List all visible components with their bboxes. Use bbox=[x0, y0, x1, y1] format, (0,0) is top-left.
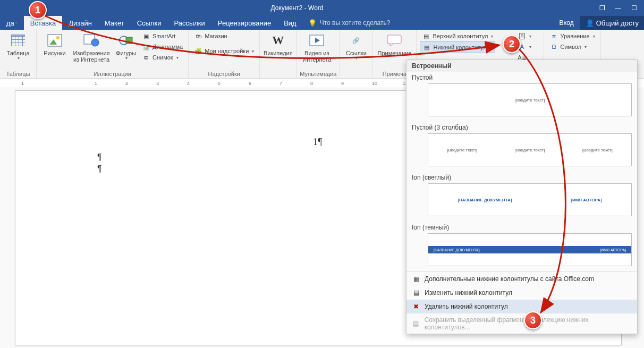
svg-rect-9 bbox=[387, 35, 401, 44]
link-icon: 🔗 bbox=[348, 32, 365, 49]
edit-footer-cmd[interactable]: ▤ Изменить нижний колонтитул bbox=[406, 286, 637, 300]
group-label-media: Мультимедиа bbox=[300, 70, 336, 78]
chart-button[interactable]: 📊Диаграмма bbox=[140, 41, 185, 52]
gallery-item-blank-3col[interactable]: Пустой (3 столбца) [Введите текст] [Введ… bbox=[406, 122, 637, 172]
footer-button[interactable]: ▤Нижний колонтитул▾ bbox=[420, 41, 495, 53]
title-bar: Документ2 - Word ❐ — ☐ bbox=[0, 0, 644, 16]
window-minimize-icon[interactable]: — bbox=[610, 0, 626, 16]
table-button[interactable]: Таблица▾ bbox=[3, 31, 33, 62]
group-label-addins: Надстройки bbox=[192, 70, 256, 78]
gallery-preview: [Введите текст] [Введите текст] [Введите… bbox=[428, 133, 632, 166]
window-maximize-icon[interactable]: ☐ bbox=[626, 0, 642, 16]
ruler-tick: 7 bbox=[279, 79, 282, 88]
tab-pages-left[interactable]: да▾ bbox=[0, 16, 24, 30]
remove-footer-cmd[interactable]: ✖ Удалить нижний колонтитул bbox=[406, 300, 637, 313]
tab-mailings[interactable]: Рассылки bbox=[167, 16, 211, 30]
group-label-tables: Таблицы bbox=[3, 70, 33, 78]
ruler-tick: 1 bbox=[21, 79, 24, 88]
annotation-badge-3: 3 bbox=[524, 311, 542, 329]
table-icon bbox=[10, 32, 27, 49]
chart-icon: 📊 bbox=[142, 43, 150, 51]
equation-button[interactable]: πУравнение▾ bbox=[547, 31, 597, 41]
online-pictures-button[interactable]: Изображения из Интернета bbox=[71, 31, 112, 64]
tab-design[interactable]: Дизайн bbox=[62, 16, 98, 30]
links-button[interactable]: 🔗 Ссылки▾ bbox=[343, 31, 369, 62]
my-addins-button[interactable]: 🧩Мои надстройки▾ bbox=[192, 46, 256, 56]
window-restore-icon[interactable]: ❐ bbox=[594, 0, 610, 16]
symbol-icon: Ω bbox=[549, 43, 558, 51]
pictures-button[interactable]: Рисунки bbox=[40, 31, 70, 57]
group-tables: Таблица▾ Таблицы bbox=[0, 30, 37, 78]
svg-point-2 bbox=[56, 36, 60, 39]
save-icon: ▤ bbox=[412, 319, 420, 328]
tab-layout[interactable]: Макет bbox=[98, 16, 131, 30]
gallery-preview: [НАЗВАНИЕ ДОКУМЕНТА] [ИМЯ АВТОРА] bbox=[428, 183, 632, 216]
gallery-preview: [НАЗВАНИЕ ДОКУМЕНТА] [ИМЯ АВТОРА] bbox=[428, 233, 632, 266]
comment-icon bbox=[386, 32, 403, 49]
svg-rect-6 bbox=[126, 37, 132, 44]
header-button[interactable]: ▤Верхний колонтитул▾ bbox=[420, 31, 495, 41]
ruler-tick: 2 bbox=[125, 79, 128, 88]
annotation-badge-2: 2 bbox=[503, 35, 521, 53]
header-icon: ▤ bbox=[422, 32, 430, 40]
wikipedia-icon: W bbox=[269, 32, 286, 49]
shapes-icon bbox=[117, 32, 134, 49]
group-label-illustrations: Иллюстрации bbox=[40, 70, 185, 78]
screenshot-button[interactable]: ⧉Снимок▾ bbox=[140, 52, 185, 63]
footer-dropdown-gallery: Встроенный Пустой [Введите текст] Пустой… bbox=[406, 60, 638, 334]
symbol-button[interactable]: ΩСимвол▾ bbox=[547, 41, 597, 52]
ribbon-tabs: да▾ Вставка Дизайн Макет Ссылки Рассылки… bbox=[0, 16, 644, 30]
online-video-button[interactable]: Видео из Интернета bbox=[300, 31, 334, 64]
footer-icon: ▤ bbox=[422, 43, 431, 52]
tab-view[interactable]: Вид bbox=[277, 16, 303, 30]
group-media: Видео из Интернета Мультимедиа bbox=[296, 30, 340, 78]
ruler-tick: 6 bbox=[249, 79, 251, 88]
group-illustrations: Рисунки Изображения из Интернета Фигуры▾… bbox=[37, 30, 189, 78]
bulb-icon: 💡 bbox=[308, 19, 317, 27]
svg-point-4 bbox=[91, 39, 99, 46]
tab-review[interactable]: Рецензирование bbox=[211, 16, 277, 30]
tab-insert[interactable]: Вставка bbox=[24, 16, 62, 30]
smartart-icon: ▣ bbox=[142, 32, 150, 40]
online-pictures-icon bbox=[83, 32, 100, 49]
gallery-preview: [Введите текст] bbox=[428, 83, 632, 116]
dropdown-heading: Встроенный bbox=[406, 60, 637, 72]
dropdown-commands: ▦ Дополнительные нижние колонтитулы с са… bbox=[406, 271, 637, 334]
tell-me-placeholder: Что вы хотите сделать? bbox=[320, 19, 391, 27]
pictures-icon bbox=[46, 32, 63, 49]
shapes-button[interactable]: Фигуры▾ bbox=[113, 31, 139, 62]
person-icon: 👤 bbox=[586, 19, 594, 27]
store-icon: 🛍 bbox=[194, 32, 202, 40]
group-links: 🔗 Ссылки▾ bbox=[340, 30, 372, 78]
gallery-item-ion-dark[interactable]: Ion (темный) [НАЗВАНИЕ ДОКУМЕНТА] [ИМЯ А… bbox=[406, 222, 637, 271]
sign-in-link[interactable]: Вход bbox=[554, 19, 579, 27]
ruler-tick: 1 bbox=[95, 79, 97, 88]
screenshot-icon: ⧉ bbox=[142, 53, 150, 62]
ruler-tick: 9 bbox=[341, 79, 344, 88]
annotation-badge-1: 1 bbox=[29, 1, 47, 19]
group-addins: 🛍Магазин 🧩Мои надстройки▾ Надстройки bbox=[189, 30, 260, 78]
ruler-tick: 10 bbox=[372, 79, 377, 88]
smartart-button[interactable]: ▣SmartArt bbox=[140, 31, 185, 41]
remove-icon: ✖ bbox=[412, 302, 420, 311]
window-controls: ❐ — ☐ bbox=[594, 0, 642, 16]
ruler-tick: 8 bbox=[310, 79, 313, 88]
addins-icon: 🧩 bbox=[194, 47, 202, 55]
tell-me-search[interactable]: 💡 Что вы хотите сделать? bbox=[303, 16, 391, 30]
comment-button[interactable]: Примечание bbox=[376, 31, 413, 57]
more-footers-cmd[interactable]: ▦ Дополнительные нижние колонтитулы с са… bbox=[406, 272, 637, 286]
gallery-item-ion-light[interactable]: Ion (светлый) [НАЗВАНИЕ ДОКУМЕНТА] [ИМЯ … bbox=[406, 172, 637, 222]
share-button[interactable]: 👤 Общий досту bbox=[580, 16, 644, 30]
group-wikipedia: W Википедия bbox=[260, 30, 296, 78]
page-number-text: 1¶ bbox=[313, 137, 322, 148]
ruler-tick: 5 bbox=[218, 79, 221, 88]
store-button[interactable]: 🛍Магазин bbox=[192, 31, 256, 41]
paragraph-mark: ¶ bbox=[97, 164, 102, 174]
edit-icon: ▤ bbox=[412, 288, 420, 297]
ruler-tick: 4 bbox=[187, 79, 190, 88]
tab-references[interactable]: Ссылки bbox=[131, 16, 168, 30]
equation-icon: π bbox=[549, 32, 558, 40]
window-title: Документ2 - Word bbox=[0, 4, 594, 12]
wikipedia-button[interactable]: W Википедия bbox=[263, 31, 293, 57]
gallery-item-blank[interactable]: Пустой [Введите текст] bbox=[406, 72, 637, 122]
